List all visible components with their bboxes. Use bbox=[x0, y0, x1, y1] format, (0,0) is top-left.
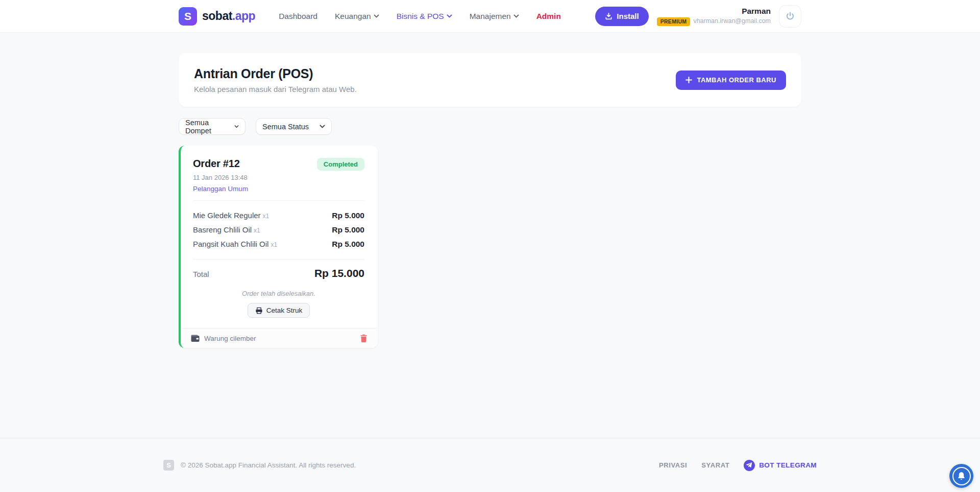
page-title: Antrian Order (POS) bbox=[194, 66, 357, 81]
order-item-row: Basreng Chlili Oilx1 Rp 5.000 bbox=[193, 223, 364, 237]
user-email: vharman.irwan@gmail.com bbox=[693, 17, 771, 26]
add-order-button[interactable]: TAMBAH ORDER BARU bbox=[676, 71, 786, 90]
navbar: S sobat.app Dashboard Keuangan Bisnis & … bbox=[0, 0, 980, 33]
item-qty: x1 bbox=[271, 241, 277, 248]
order-item-row: Pangsit Kuah Chlili Oilx1 Rp 5.000 bbox=[193, 237, 364, 251]
install-button[interactable]: Install bbox=[595, 7, 648, 26]
divider bbox=[193, 200, 364, 201]
user-name: Parman bbox=[657, 6, 771, 16]
status-filter-select[interactable]: Semua Status bbox=[256, 118, 332, 135]
order-item-row: Mie Gledek Regulerx1 Rp 5.000 bbox=[193, 208, 364, 223]
print-receipt-button[interactable]: Cetak Struk bbox=[248, 303, 310, 318]
item-name: Basreng Chlili Oil bbox=[193, 225, 252, 234]
nav-item-bisnis-pos[interactable]: Bisnis & POS bbox=[397, 12, 452, 21]
notifications-button[interactable] bbox=[949, 464, 973, 488]
nav-item-dashboard[interactable]: Dashboard bbox=[279, 12, 317, 21]
filter-bar: Semua Dompet Semua Status bbox=[179, 118, 801, 135]
chevron-down-icon bbox=[447, 14, 452, 18]
power-icon bbox=[785, 11, 795, 21]
bot-telegram-link[interactable]: BOT TELEGRAM bbox=[744, 460, 817, 471]
order-title: Order #12 bbox=[193, 158, 240, 170]
page-header-card: Antrian Order (POS) Kelola pesanan masuk… bbox=[179, 53, 801, 107]
chevron-down-icon bbox=[374, 14, 379, 18]
download-icon bbox=[605, 12, 612, 20]
order-card-footer: Warung cilember bbox=[181, 328, 378, 348]
order-card: Order #12 Completed 11 Jan 2026 13:48 Pe… bbox=[179, 146, 378, 348]
brand-logo[interactable]: S sobat.app bbox=[179, 7, 255, 26]
premium-badge: PREMIUM bbox=[657, 17, 691, 26]
total-label: Total bbox=[193, 270, 209, 278]
plus-icon bbox=[685, 77, 692, 83]
total-value: Rp 15.000 bbox=[314, 267, 364, 279]
footer-link-syarat[interactable]: SYARAT bbox=[701, 461, 729, 469]
footer-logo: S bbox=[163, 460, 174, 471]
footer-link-privasi[interactable]: PRIVASI bbox=[659, 461, 687, 469]
item-qty: x1 bbox=[263, 213, 270, 220]
order-datetime: 11 Jan 2026 13:48 bbox=[193, 174, 364, 181]
nav-item-manajemen[interactable]: Manajemen bbox=[470, 12, 519, 21]
brand-logo-mark: S bbox=[179, 7, 197, 26]
wallet-icon bbox=[191, 335, 200, 342]
telegram-icon bbox=[744, 460, 755, 471]
nav-item-keuangan[interactable]: Keuangan bbox=[335, 12, 379, 21]
user-menu[interactable]: Parman PREMIUM vharman.irwan@gmail.com bbox=[657, 6, 771, 26]
logout-button[interactable] bbox=[779, 5, 801, 28]
delete-order-button[interactable] bbox=[360, 334, 368, 342]
item-price: Rp 5.000 bbox=[332, 240, 364, 249]
item-name: Mie Gledek Reguler bbox=[193, 211, 261, 220]
item-qty: x1 bbox=[254, 227, 260, 234]
nav-item-admin[interactable]: Admin bbox=[536, 12, 561, 21]
printer-icon bbox=[255, 307, 263, 314]
chevron-down-icon bbox=[320, 125, 325, 128]
page-subtitle: Kelola pesanan masuk dari Telegram atau … bbox=[194, 85, 357, 93]
chevron-down-icon bbox=[234, 125, 239, 128]
brand-logo-text: sobat.app bbox=[202, 9, 255, 23]
trash-icon bbox=[360, 334, 368, 342]
copyright-text: © 2026 Sobat.app Financial Assistant. Al… bbox=[181, 461, 356, 469]
main-content: Antrian Order (POS) Kelola pesanan masuk… bbox=[0, 33, 980, 438]
divider bbox=[193, 259, 364, 260]
order-status-badge: Completed bbox=[317, 158, 364, 171]
page: S sobat.app Dashboard Keuangan Bisnis & … bbox=[0, 0, 980, 492]
item-price: Rp 5.000 bbox=[332, 225, 364, 235]
chevron-down-icon bbox=[513, 14, 519, 18]
item-name: Pangsit Kuah Chlili Oil bbox=[193, 240, 268, 248]
page-footer: S © 2026 Sobat.app Financial Assistant. … bbox=[0, 438, 980, 492]
wallet-filter-select[interactable]: Semua Dompet bbox=[179, 118, 246, 135]
order-status-message: Order telah diselesaikan. bbox=[193, 290, 364, 297]
item-price: Rp 5.000 bbox=[332, 211, 364, 220]
bell-icon bbox=[952, 467, 971, 485]
order-wallet-name: Warung cilember bbox=[204, 335, 256, 342]
order-customer-link[interactable]: Pelanggan Umum bbox=[193, 185, 364, 193]
main-nav: Dashboard Keuangan Bisnis & POS Manajeme… bbox=[279, 12, 561, 21]
